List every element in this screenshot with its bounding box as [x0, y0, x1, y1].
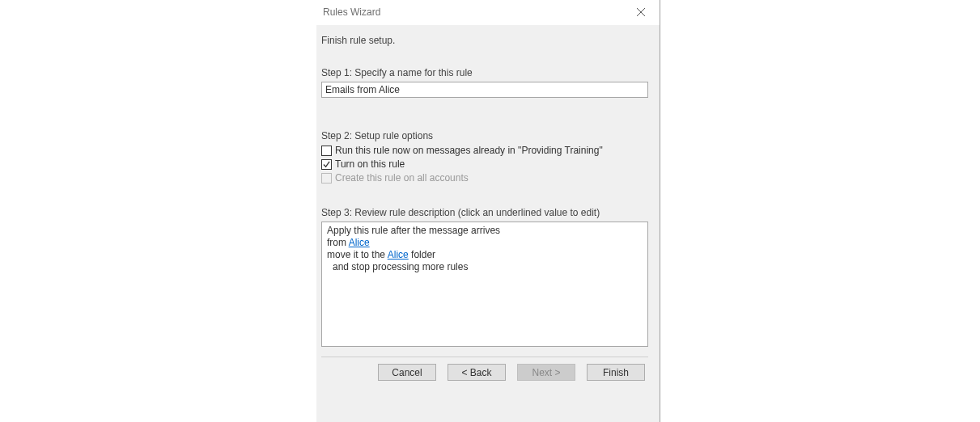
desc-line-3: move it to the Alice folder — [327, 249, 643, 261]
link-from-sender[interactable]: Alice — [349, 237, 370, 248]
close-button[interactable] — [627, 2, 655, 22]
close-icon — [637, 8, 645, 16]
rule-description-box: Apply this rule after the message arrive… — [321, 222, 648, 347]
option-label: Turn on this rule — [335, 158, 405, 170]
checkbox-icon — [321, 159, 332, 170]
link-target-folder[interactable]: Alice — [388, 249, 409, 260]
footer-separator — [321, 357, 648, 357]
step2-label: Step 2: Setup rule options — [321, 130, 648, 141]
titlebar: Rules Wizard — [316, 0, 660, 25]
desc-line-2: from Alice — [327, 237, 643, 249]
subtitle: Finish rule setup. — [321, 35, 648, 46]
option-turn-on[interactable]: Turn on this rule — [321, 158, 648, 170]
rule-name-input[interactable] — [321, 82, 648, 98]
window-title: Rules Wizard — [323, 6, 380, 18]
desc-line-4: and stop processing more rules — [327, 261, 643, 273]
back-button[interactable]: < Back — [448, 364, 506, 381]
option-label: Run this rule now on messages already in… — [335, 145, 603, 156]
next-button: Next > — [517, 364, 575, 381]
footer: Cancel < Back Next > Finish — [321, 364, 648, 387]
option-label: Create this rule on all accounts — [335, 172, 469, 184]
rules-wizard-dialog: Rules Wizard Finish rule setup. Step 1: … — [316, 0, 660, 422]
option-all-accounts: Create this rule on all accounts — [321, 172, 648, 184]
step1-label: Step 1: Specify a name for this rule — [321, 67, 648, 78]
finish-button[interactable]: Finish — [587, 364, 645, 381]
step3-label: Step 3: Review rule description (click a… — [321, 207, 648, 218]
checkbox-icon — [321, 146, 332, 156]
checkbox-icon — [321, 173, 332, 184]
option-run-now[interactable]: Run this rule now on messages already in… — [321, 145, 648, 156]
desc-line-1: Apply this rule after the message arrive… — [327, 225, 643, 237]
cancel-button[interactable]: Cancel — [378, 364, 436, 381]
